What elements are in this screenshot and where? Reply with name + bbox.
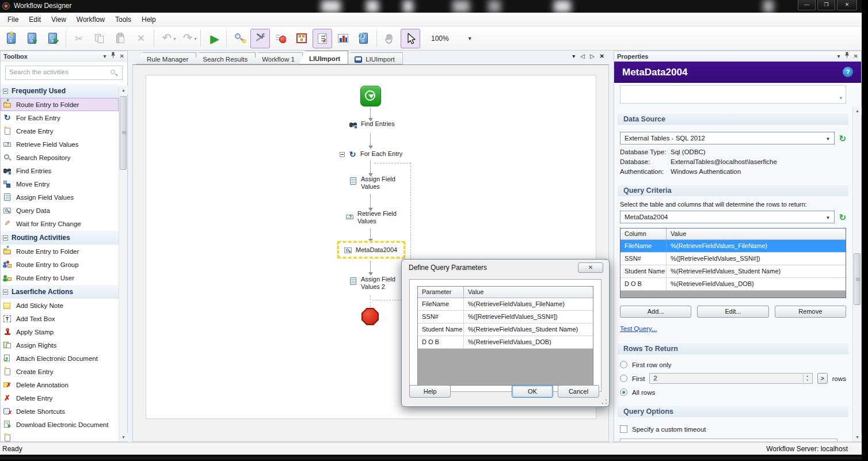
help-button[interactable]: Help <box>409 385 451 398</box>
properties-menu-icon[interactable]: ▾ <box>837 52 840 61</box>
undo-button[interactable]: ↶▼ <box>157 29 177 48</box>
toolbox-item-search-repository[interactable]: Search Repository <box>1 151 119 164</box>
add-button[interactable]: Add... <box>620 306 691 318</box>
toolbox-item-delete-annotation[interactable]: ✗Delete Annotation <box>1 378 119 391</box>
dropdown-caret-icon[interactable]: ▼ <box>173 37 177 41</box>
radio-first-n[interactable] <box>620 375 627 382</box>
custom-timeout-checkbox[interactable] <box>620 425 627 433</box>
toolbox-item-wait-for-entry-change[interactable]: ✎Wait for Entry Change <box>1 217 119 230</box>
tab-scroll-right-icon[interactable]: ▷ <box>590 53 595 59</box>
toolbox-menu-icon[interactable]: ▾ <box>104 52 106 61</box>
table-row[interactable]: D O B%(RetrieveFieldValues_DOB) <box>620 278 846 291</box>
toolbox-item-delete-shortcuts[interactable]: ✗Delete Shortcuts <box>1 405 119 418</box>
task-list-button[interactable]: ✓✗ <box>313 29 332 48</box>
toolbox-item-route-entry-to-folder[interactable]: ▼Route Entry to Folder <box>1 98 119 111</box>
test-query-link[interactable]: Test Query... <box>620 325 657 332</box>
toolbox-pin-icon[interactable] <box>111 52 116 61</box>
tab-close-icon[interactable]: ✕ <box>600 53 604 59</box>
cancel-button[interactable]: Cancel <box>558 385 599 398</box>
toolbox-item-partial[interactable]: ★ <box>1 431 119 441</box>
menu-help[interactable]: Help <box>136 14 161 25</box>
table-row[interactable]: FileName%(RetrieveFieldValues_FileName) <box>418 298 593 311</box>
splitter-right[interactable] <box>609 51 614 442</box>
node-metadata2004-selected[interactable]: MetaData2004 <box>337 241 405 258</box>
zoom-control[interactable]: 100% ▼ <box>425 32 473 45</box>
tab-rule-manager[interactable]: Rule Manager <box>136 52 196 64</box>
menu-view[interactable]: View <box>46 14 71 25</box>
toolbox-toggle-button[interactable] <box>250 29 270 48</box>
paste-button[interactable] <box>111 29 130 48</box>
collapse-icon[interactable] <box>340 152 345 157</box>
refresh-icon[interactable]: ↻ <box>839 213 846 222</box>
tab-workflow-1[interactable]: Workflow 1 <box>252 52 303 64</box>
toolbox-item-delete-entry[interactable]: ✗Delete Entry <box>1 391 119 405</box>
chevron-down-icon[interactable]: ▼ <box>826 136 831 142</box>
toolbox-item-assign-rights[interactable]: Assign Rights <box>1 338 119 352</box>
table-row[interactable]: Student Name%(RetrieveFieldValues_Studen… <box>620 265 846 278</box>
end-node[interactable] <box>361 308 379 325</box>
reports-button[interactable] <box>333 29 353 48</box>
menu-workflow[interactable]: Workflow <box>71 14 110 25</box>
scroll-down-icon[interactable]: ▼ <box>119 433 128 441</box>
timeout-input-partial[interactable] <box>620 439 837 441</box>
token-button[interactable]: > <box>817 373 828 384</box>
properties-scrollbar[interactable]: ▲ ▼ <box>852 106 861 441</box>
row-count-input[interactable]: 2 ▲▼ <box>649 373 812 384</box>
data-source-select[interactable]: External Tables - SQL 2012 ▼ <box>620 132 835 144</box>
toolbox-item-for-each-entry[interactable]: ↻For Each Entry <box>1 111 119 124</box>
rule-manager-button[interactable] <box>292 29 311 48</box>
disable-activity-button[interactable]: ✕ <box>271 29 291 48</box>
toolbox-item-assign-field-values[interactable]: Assign Field Values <box>1 191 119 204</box>
new-workflow-button[interactable]: ★ <box>2 29 21 48</box>
toolbox-section-laserfiche-actions[interactable]: Laserfiche Actions <box>1 284 119 299</box>
toolbox-close-icon[interactable]: ✕ <box>120 52 124 61</box>
workflow-info-button[interactable]: i <box>354 29 374 48</box>
criteria-table[interactable]: ColumnValueFileName%(RetrieveFieldValues… <box>620 228 846 298</box>
collapse-icon[interactable] <box>3 235 8 241</box>
properties-close-icon[interactable]: ✕ <box>854 52 858 61</box>
table-row[interactable]: D O B%(RetrieveFieldValues_DOB) <box>418 336 593 349</box>
copy-button[interactable] <box>90 29 109 48</box>
help-icon[interactable]: ? <box>843 67 853 77</box>
export-workflow-button[interactable]: ▶ <box>43 29 63 48</box>
tab-list-dropdown-icon[interactable]: ▾ <box>572 53 575 59</box>
maximize-button[interactable]: ❐ <box>817 0 835 10</box>
toolbox-section-routing-activities[interactable]: Routing Activities <box>1 230 119 245</box>
delete-button[interactable]: ✕ <box>131 29 151 48</box>
node-find-entries[interactable]: Find Entries <box>349 120 395 129</box>
collapse-icon[interactable] <box>3 289 8 295</box>
close-button[interactable]: ✕ <box>837 0 857 10</box>
toolbox-item-route-entry-to-user[interactable]: Route Entry to User <box>1 271 119 284</box>
scrollbar-thumb[interactable] <box>120 96 127 170</box>
chevron-down-icon[interactable]: ▼ <box>826 215 831 220</box>
node-assign-field-values[interactable]: Assign Field Values <box>349 176 402 191</box>
toolbox-section-frequently-used[interactable]: Frequently Used <box>1 83 119 98</box>
search-input[interactable] <box>9 68 107 75</box>
activity-description-box[interactable]: ▼ <box>620 85 846 104</box>
node-retrieve-field-values[interactable]: .? Retrieve Field Values <box>345 210 403 225</box>
parameters-table[interactable]: ParameterValueFileName%(RetrieveFieldVal… <box>417 286 593 386</box>
table-row[interactable]: FileName%(RetrieveFieldValues_FileName) <box>620 240 846 253</box>
toolbox-search[interactable] <box>5 66 123 80</box>
remove-button[interactable]: Remove <box>775 306 846 318</box>
minimize-button[interactable]: — <box>798 0 816 10</box>
run-workflow-button[interactable]: ▶ <box>204 29 223 48</box>
table-row[interactable]: SSN#%([RetrieveFieldValues_SSN#]) <box>418 311 593 323</box>
toolbox-item-add-text-box[interactable]: TAdd Text Box <box>1 312 119 325</box>
define-query-parameters-dialog[interactable]: Define Query Parameters ✕ ParameterValue… <box>401 259 610 407</box>
menu-file[interactable]: File <box>2 14 24 25</box>
menu-edit[interactable]: Edit <box>24 14 46 25</box>
toolbox-item-apply-stamp[interactable]: Apply Stamp <box>1 325 119 338</box>
cut-button[interactable]: ✂ <box>69 29 89 48</box>
ok-button[interactable]: OK <box>512 385 553 398</box>
toolbox-item-download-electronic-document[interactable]: ▶Download Electronic Document <box>1 418 119 431</box>
scroll-up-icon[interactable]: ▲ <box>119 86 128 94</box>
dialog-close-button[interactable]: ✕ <box>578 262 603 273</box>
toolbox-item-find-entries[interactable]: Find Entries <box>1 164 119 177</box>
scroll-up-icon[interactable]: ▲ <box>853 106 862 115</box>
toolbox-item-query-data[interactable]: Query Data <box>1 204 119 217</box>
tab-liuimport[interactable]: LIUImport <box>299 51 348 64</box>
toolbox-item-attach-electronic-document[interactable]: ↺Attach Electronic Document <box>1 352 119 365</box>
tab-liuimport[interactable]: LIUImport <box>344 52 403 64</box>
toolbox-item-retrieve-field-values[interactable]: .?Retrieve Field Values <box>1 138 119 151</box>
